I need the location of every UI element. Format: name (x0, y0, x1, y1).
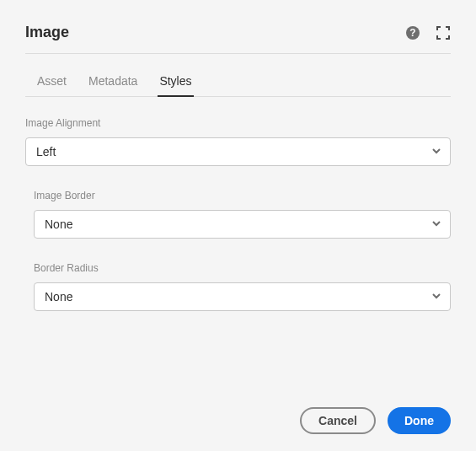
select-image-alignment-value: Left (36, 145, 56, 158)
done-button[interactable]: Done (388, 407, 451, 434)
dialog-title: Image (25, 24, 69, 41)
label-image-border: Image Border (34, 190, 451, 201)
dialog-header: Image ? (25, 24, 451, 54)
select-image-border[interactable]: None (34, 210, 451, 239)
chevron-down-icon (431, 145, 441, 158)
select-border-radius[interactable]: None (34, 282, 451, 311)
field-image-alignment: Image Alignment Left (25, 117, 451, 166)
tab-asset[interactable]: Asset (37, 69, 67, 96)
select-image-border-value: None (45, 217, 72, 231)
field-image-border: Image Border None (34, 190, 451, 239)
select-border-radius-value: None (45, 290, 72, 303)
styles-form: Image Alignment Left Image Border None B… (25, 117, 451, 311)
image-dialog: Image ? Asset Metadata Styles (0, 0, 476, 451)
svg-text:?: ? (409, 27, 415, 39)
chevron-down-icon (431, 290, 441, 303)
dialog-footer: Cancel Done (300, 407, 451, 434)
cancel-button[interactable]: Cancel (300, 407, 376, 434)
tabs: Asset Metadata Styles (25, 69, 451, 97)
header-actions: ? (405, 25, 451, 40)
fullscreen-icon[interactable] (436, 25, 451, 40)
tab-styles[interactable]: Styles (159, 69, 191, 96)
field-border-radius: Border Radius None (34, 262, 451, 311)
help-icon[interactable]: ? (405, 25, 420, 40)
label-image-alignment: Image Alignment (25, 117, 451, 129)
tab-metadata[interactable]: Metadata (88, 69, 137, 96)
select-image-alignment[interactable]: Left (25, 137, 451, 166)
chevron-down-icon (431, 217, 441, 231)
label-border-radius: Border Radius (34, 262, 451, 274)
